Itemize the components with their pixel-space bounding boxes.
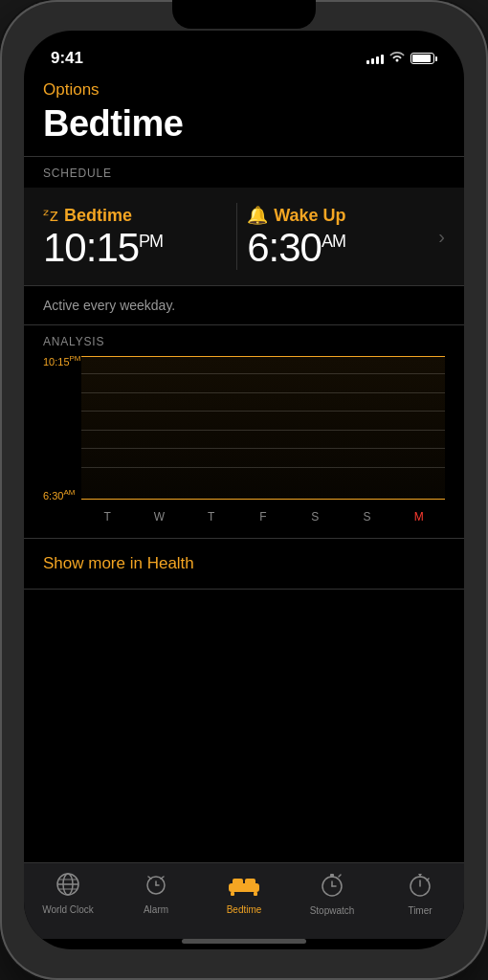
bedtime-tab-label: Bedtime [227,904,262,915]
bedtime-item[interactable]: ᶻz Bedtime 10:15PM [43,205,227,268]
sleep-shaded-area [81,356,445,500]
wakeup-time: 6:30AM [247,228,431,268]
schedule-section-label: SCHEDULE [24,156,464,188]
show-more-link[interactable]: Show more in Health [43,554,194,572]
tab-bedtime[interactable]: Bedtime [200,872,288,915]
world-clock-label: World Clock [42,904,94,915]
wakeup-label: Wake Up [274,206,345,226]
svg-line-9 [161,877,164,879]
notch [172,0,316,29]
day-T2: T [186,510,237,523]
tab-alarm[interactable]: Alarm [112,872,200,915]
status-bar: 9:41 [24,31,464,73]
home-indicator [182,939,306,944]
wakeup-item[interactable]: 🔔 Wake Up 6:30AM [247,205,431,268]
battery-icon [410,53,437,64]
day-T1: T [81,510,133,523]
day-labels: T W T F S S M [81,505,445,528]
tab-world-clock[interactable]: World Clock [24,872,112,915]
chart-wakeup-label: 6:30AM [43,488,75,501]
page-title: Bedtime [43,103,445,145]
svg-rect-12 [245,879,255,885]
bedtime-period: PM [139,232,163,251]
status-time: 9:41 [51,49,83,68]
sleep-chart: 10:15PM 6:30AM T W T F S [24,356,464,528]
options-link[interactable]: Options [43,80,445,100]
svg-rect-14 [254,892,257,896]
svg-rect-13 [231,892,234,896]
svg-line-8 [148,877,151,879]
content-area: Options Bedtime SCHEDULE ᶻz Bedtime [24,73,464,949]
svg-rect-11 [233,879,243,885]
wakeup-period: AM [322,232,345,251]
bell-icon: 🔔 [247,205,268,226]
svg-line-20 [339,875,341,877]
alarm-icon [144,872,168,901]
day-M: M [393,510,445,523]
wifi-icon [389,51,405,66]
schedule-card[interactable]: ᶻz Bedtime 10:15PM 🔔 Wake Up [24,188,464,286]
day-S2: S [341,510,392,523]
wakeup-line [81,499,445,500]
phone-screen: 9:41 [24,31,464,949]
world-clock-icon [55,872,80,901]
timer-icon [408,871,433,902]
header: Options Bedtime [24,73,464,156]
svg-rect-18 [330,874,334,877]
phone-frame: 9:41 [0,0,488,980]
chevron-right-icon: › [438,226,445,248]
scroll-area[interactable]: Options Bedtime SCHEDULE ᶻz Bedtime [24,73,464,862]
bedtime-tab-icon [227,872,261,901]
tab-timer[interactable]: Timer [376,871,464,916]
analysis-section: ANALYSIS [24,325,464,528]
alarm-label: Alarm [144,904,168,915]
stopwatch-label: Stopwatch [310,905,355,916]
day-W: W [133,510,185,523]
tab-bar: World Clock Alarm [24,862,464,939]
bedtime-time: 10:15PM [43,228,227,268]
day-F: F [237,510,289,523]
chart-bedtime-label: 10:15PM [43,354,81,368]
show-more-section[interactable]: Show more in Health [24,538,464,590]
status-icons [366,51,437,66]
tab-stopwatch[interactable]: Stopwatch [288,871,376,916]
schedule-divider [236,203,237,270]
timer-label: Timer [408,905,432,916]
sleep-icon: ᶻz [43,205,58,226]
bedtime-line [81,356,445,357]
active-info: Active every weekday. [24,286,464,325]
day-S1: S [289,510,341,523]
analysis-label: ANALYSIS [24,325,464,356]
bedtime-label: Bedtime [64,206,132,226]
stopwatch-icon [320,871,344,902]
signal-icon [366,53,384,64]
